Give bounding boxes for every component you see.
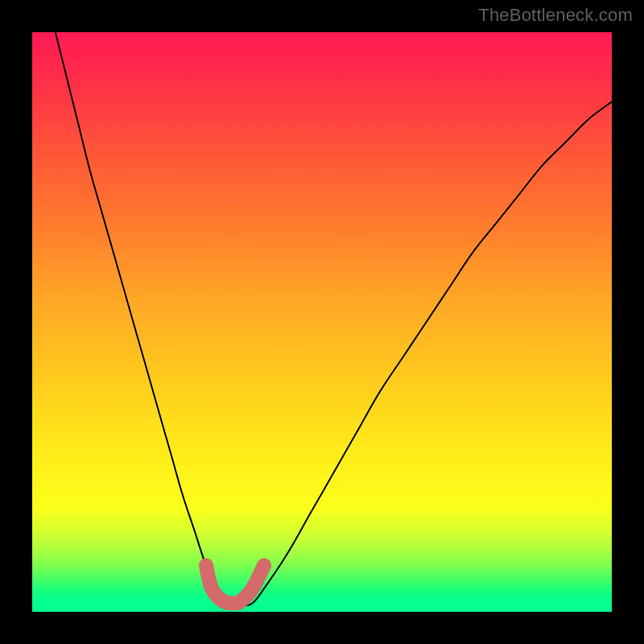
chart-frame: TheBottleneck.com bbox=[0, 0, 644, 644]
watermark-text: TheBottleneck.com bbox=[478, 5, 633, 26]
bottleneck-curve-path bbox=[56, 32, 612, 606]
plot-area bbox=[32, 32, 612, 612]
bottleneck-curve-svg bbox=[32, 32, 612, 612]
bottom-mark-path bbox=[206, 565, 264, 603]
